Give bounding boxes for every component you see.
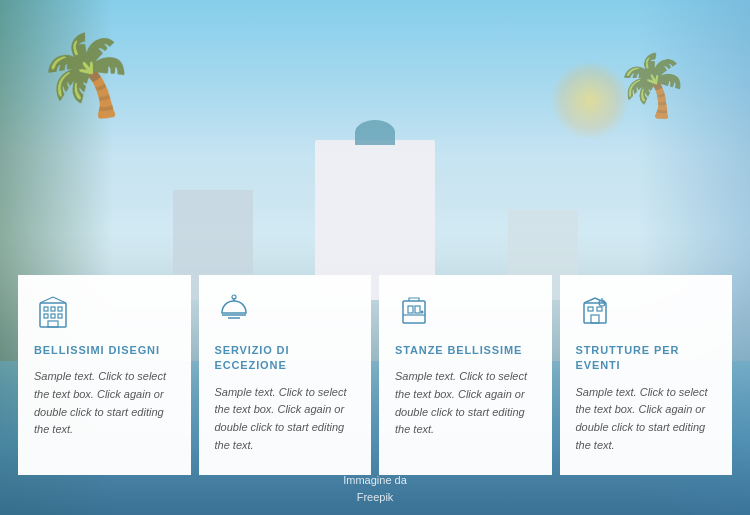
main-content: BELLISSIMI DISEGNI Sample text. Click to… bbox=[0, 0, 750, 515]
hotel-room-icon bbox=[395, 293, 536, 331]
svg-rect-2 bbox=[51, 307, 55, 311]
card-3-title: STANZE BELLISSIME bbox=[395, 343, 536, 358]
svg-point-18 bbox=[421, 311, 424, 314]
card-2-title: SERVIZIO DI ECCEZIONE bbox=[215, 343, 356, 374]
credit-source: Freepik bbox=[343, 489, 407, 506]
event-venue-icon bbox=[576, 293, 717, 331]
card-1-text: Sample text. Click to select the text bo… bbox=[34, 368, 175, 438]
svg-rect-16 bbox=[415, 306, 420, 313]
svg-rect-15 bbox=[408, 306, 413, 313]
image-credit: Immagine da Freepik bbox=[343, 472, 407, 505]
svg-rect-5 bbox=[51, 314, 55, 318]
card-stanze[interactable]: STANZE BELLISSIME Sample text. Click to … bbox=[379, 275, 552, 475]
hotel-building-icon bbox=[34, 293, 175, 331]
card-4-text: Sample text. Click to select the text bo… bbox=[576, 384, 717, 454]
svg-rect-3 bbox=[58, 307, 62, 311]
credit-label: Immagine da bbox=[343, 472, 407, 489]
svg-rect-6 bbox=[58, 314, 62, 318]
svg-rect-20 bbox=[588, 307, 593, 311]
svg-rect-1 bbox=[44, 307, 48, 311]
cards-container: BELLISSIMI DISEGNI Sample text. Click to… bbox=[0, 275, 750, 475]
svg-rect-4 bbox=[44, 314, 48, 318]
card-servizio[interactable]: SERVIZIO DI ECCEZIONE Sample text. Click… bbox=[199, 275, 372, 475]
card-strutture[interactable]: STRUTTURE PER EVENTI Sample text. Click … bbox=[560, 275, 733, 475]
svg-rect-21 bbox=[597, 307, 602, 311]
card-1-title: BELLISSIMI DISEGNI bbox=[34, 343, 175, 358]
svg-rect-7 bbox=[48, 321, 58, 327]
card-3-text: Sample text. Click to select the text bo… bbox=[395, 368, 536, 438]
svg-line-9 bbox=[53, 297, 66, 303]
concierge-bell-icon bbox=[215, 293, 356, 331]
card-4-title: STRUTTURE PER EVENTI bbox=[576, 343, 717, 374]
card-bellissimi-disegni[interactable]: BELLISSIMI DISEGNI Sample text. Click to… bbox=[18, 275, 191, 475]
svg-rect-22 bbox=[591, 315, 599, 323]
svg-line-8 bbox=[40, 297, 53, 303]
card-2-text: Sample text. Click to select the text bo… bbox=[215, 384, 356, 454]
